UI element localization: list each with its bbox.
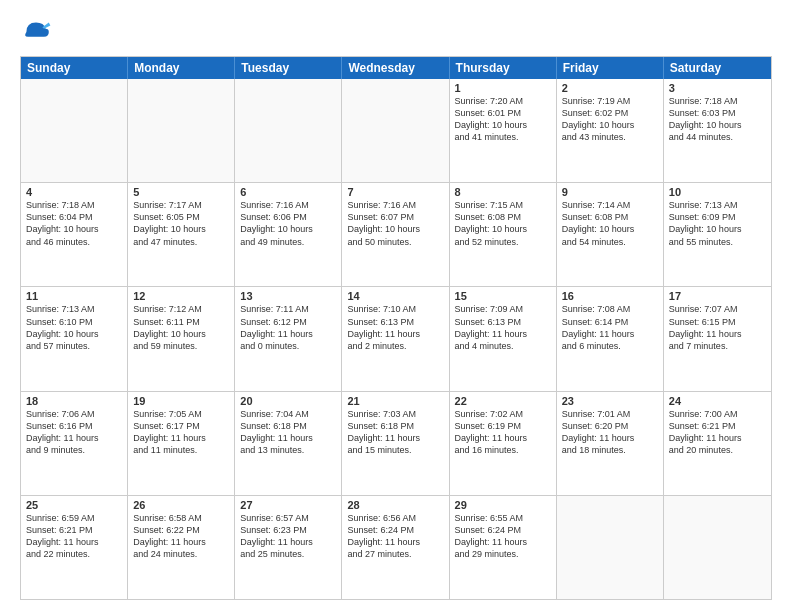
day-number: 19 — [133, 395, 229, 407]
calendar-cell: 9Sunrise: 7:14 AM Sunset: 6:08 PM Daylig… — [557, 183, 664, 286]
calendar-cell: 16Sunrise: 7:08 AM Sunset: 6:14 PM Dayli… — [557, 287, 664, 390]
cell-text: Sunrise: 7:13 AM Sunset: 6:09 PM Dayligh… — [669, 199, 766, 248]
cell-text: Sunrise: 7:01 AM Sunset: 6:20 PM Dayligh… — [562, 408, 658, 457]
calendar-cell: 18Sunrise: 7:06 AM Sunset: 6:16 PM Dayli… — [21, 392, 128, 495]
calendar-cell: 25Sunrise: 6:59 AM Sunset: 6:21 PM Dayli… — [21, 496, 128, 599]
calendar-cell: 28Sunrise: 6:56 AM Sunset: 6:24 PM Dayli… — [342, 496, 449, 599]
calendar-cell: 2Sunrise: 7:19 AM Sunset: 6:02 PM Daylig… — [557, 79, 664, 182]
calendar-cell: 22Sunrise: 7:02 AM Sunset: 6:19 PM Dayli… — [450, 392, 557, 495]
cell-text: Sunrise: 7:04 AM Sunset: 6:18 PM Dayligh… — [240, 408, 336, 457]
day-number: 1 — [455, 82, 551, 94]
cell-text: Sunrise: 6:57 AM Sunset: 6:23 PM Dayligh… — [240, 512, 336, 561]
calendar-row-3: 18Sunrise: 7:06 AM Sunset: 6:16 PM Dayli… — [21, 391, 771, 495]
calendar-cell: 7Sunrise: 7:16 AM Sunset: 6:07 PM Daylig… — [342, 183, 449, 286]
day-number: 14 — [347, 290, 443, 302]
logo — [20, 16, 56, 48]
header-cell-friday: Friday — [557, 57, 664, 79]
calendar-cell: 4Sunrise: 7:18 AM Sunset: 6:04 PM Daylig… — [21, 183, 128, 286]
calendar-cell — [664, 496, 771, 599]
calendar-cell — [128, 79, 235, 182]
day-number: 26 — [133, 499, 229, 511]
day-number: 23 — [562, 395, 658, 407]
day-number: 12 — [133, 290, 229, 302]
calendar-cell — [235, 79, 342, 182]
cell-text: Sunrise: 7:08 AM Sunset: 6:14 PM Dayligh… — [562, 303, 658, 352]
cell-text: Sunrise: 7:18 AM Sunset: 6:04 PM Dayligh… — [26, 199, 122, 248]
day-number: 8 — [455, 186, 551, 198]
calendar-cell: 6Sunrise: 7:16 AM Sunset: 6:06 PM Daylig… — [235, 183, 342, 286]
cell-text: Sunrise: 6:59 AM Sunset: 6:21 PM Dayligh… — [26, 512, 122, 561]
cell-text: Sunrise: 6:55 AM Sunset: 6:24 PM Dayligh… — [455, 512, 551, 561]
header-cell-saturday: Saturday — [664, 57, 771, 79]
calendar-cell: 19Sunrise: 7:05 AM Sunset: 6:17 PM Dayli… — [128, 392, 235, 495]
calendar-row-1: 4Sunrise: 7:18 AM Sunset: 6:04 PM Daylig… — [21, 182, 771, 286]
calendar-row-2: 11Sunrise: 7:13 AM Sunset: 6:10 PM Dayli… — [21, 286, 771, 390]
calendar-cell: 21Sunrise: 7:03 AM Sunset: 6:18 PM Dayli… — [342, 392, 449, 495]
cell-text: Sunrise: 7:20 AM Sunset: 6:01 PM Dayligh… — [455, 95, 551, 144]
day-number: 28 — [347, 499, 443, 511]
day-number: 27 — [240, 499, 336, 511]
cell-text: Sunrise: 7:17 AM Sunset: 6:05 PM Dayligh… — [133, 199, 229, 248]
calendar-cell: 12Sunrise: 7:12 AM Sunset: 6:11 PM Dayli… — [128, 287, 235, 390]
day-number: 10 — [669, 186, 766, 198]
cell-text: Sunrise: 7:15 AM Sunset: 6:08 PM Dayligh… — [455, 199, 551, 248]
header-cell-tuesday: Tuesday — [235, 57, 342, 79]
calendar-cell: 17Sunrise: 7:07 AM Sunset: 6:15 PM Dayli… — [664, 287, 771, 390]
cell-text: Sunrise: 7:11 AM Sunset: 6:12 PM Dayligh… — [240, 303, 336, 352]
cell-text: Sunrise: 7:03 AM Sunset: 6:18 PM Dayligh… — [347, 408, 443, 457]
calendar-cell: 15Sunrise: 7:09 AM Sunset: 6:13 PM Dayli… — [450, 287, 557, 390]
cell-text: Sunrise: 7:09 AM Sunset: 6:13 PM Dayligh… — [455, 303, 551, 352]
day-number: 20 — [240, 395, 336, 407]
calendar-row-0: 1Sunrise: 7:20 AM Sunset: 6:01 PM Daylig… — [21, 79, 771, 182]
cell-text: Sunrise: 7:02 AM Sunset: 6:19 PM Dayligh… — [455, 408, 551, 457]
day-number: 11 — [26, 290, 122, 302]
cell-text: Sunrise: 7:10 AM Sunset: 6:13 PM Dayligh… — [347, 303, 443, 352]
cell-text: Sunrise: 7:00 AM Sunset: 6:21 PM Dayligh… — [669, 408, 766, 457]
day-number: 15 — [455, 290, 551, 302]
header-cell-sunday: Sunday — [21, 57, 128, 79]
calendar-cell: 10Sunrise: 7:13 AM Sunset: 6:09 PM Dayli… — [664, 183, 771, 286]
calendar-row-4: 25Sunrise: 6:59 AM Sunset: 6:21 PM Dayli… — [21, 495, 771, 599]
calendar-cell — [557, 496, 664, 599]
calendar-cell: 27Sunrise: 6:57 AM Sunset: 6:23 PM Dayli… — [235, 496, 342, 599]
day-number: 5 — [133, 186, 229, 198]
day-number: 6 — [240, 186, 336, 198]
cell-text: Sunrise: 7:13 AM Sunset: 6:10 PM Dayligh… — [26, 303, 122, 352]
calendar-cell: 14Sunrise: 7:10 AM Sunset: 6:13 PM Dayli… — [342, 287, 449, 390]
day-number: 17 — [669, 290, 766, 302]
cell-text: Sunrise: 7:06 AM Sunset: 6:16 PM Dayligh… — [26, 408, 122, 457]
cell-text: Sunrise: 7:05 AM Sunset: 6:17 PM Dayligh… — [133, 408, 229, 457]
page: SundayMondayTuesdayWednesdayThursdayFrid… — [0, 0, 792, 612]
day-number: 9 — [562, 186, 658, 198]
calendar-cell: 8Sunrise: 7:15 AM Sunset: 6:08 PM Daylig… — [450, 183, 557, 286]
cell-text: Sunrise: 7:14 AM Sunset: 6:08 PM Dayligh… — [562, 199, 658, 248]
cell-text: Sunrise: 7:16 AM Sunset: 6:06 PM Dayligh… — [240, 199, 336, 248]
header-cell-monday: Monday — [128, 57, 235, 79]
calendar-cell: 20Sunrise: 7:04 AM Sunset: 6:18 PM Dayli… — [235, 392, 342, 495]
cell-text: Sunrise: 7:12 AM Sunset: 6:11 PM Dayligh… — [133, 303, 229, 352]
header-cell-wednesday: Wednesday — [342, 57, 449, 79]
day-number: 3 — [669, 82, 766, 94]
day-number: 2 — [562, 82, 658, 94]
calendar-cell: 3Sunrise: 7:18 AM Sunset: 6:03 PM Daylig… — [664, 79, 771, 182]
cell-text: Sunrise: 6:56 AM Sunset: 6:24 PM Dayligh… — [347, 512, 443, 561]
cell-text: Sunrise: 7:07 AM Sunset: 6:15 PM Dayligh… — [669, 303, 766, 352]
calendar-cell — [342, 79, 449, 182]
day-number: 4 — [26, 186, 122, 198]
calendar-cell: 1Sunrise: 7:20 AM Sunset: 6:01 PM Daylig… — [450, 79, 557, 182]
calendar-cell — [21, 79, 128, 182]
calendar-cell: 26Sunrise: 6:58 AM Sunset: 6:22 PM Dayli… — [128, 496, 235, 599]
calendar-cell: 5Sunrise: 7:17 AM Sunset: 6:05 PM Daylig… — [128, 183, 235, 286]
calendar-cell: 13Sunrise: 7:11 AM Sunset: 6:12 PM Dayli… — [235, 287, 342, 390]
day-number: 21 — [347, 395, 443, 407]
day-number: 24 — [669, 395, 766, 407]
calendar-body: 1Sunrise: 7:20 AM Sunset: 6:01 PM Daylig… — [21, 79, 771, 599]
calendar-cell: 24Sunrise: 7:00 AM Sunset: 6:21 PM Dayli… — [664, 392, 771, 495]
cell-text: Sunrise: 7:19 AM Sunset: 6:02 PM Dayligh… — [562, 95, 658, 144]
day-number: 29 — [455, 499, 551, 511]
calendar-header-row: SundayMondayTuesdayWednesdayThursdayFrid… — [21, 57, 771, 79]
cell-text: Sunrise: 6:58 AM Sunset: 6:22 PM Dayligh… — [133, 512, 229, 561]
day-number: 13 — [240, 290, 336, 302]
day-number: 16 — [562, 290, 658, 302]
cell-text: Sunrise: 7:18 AM Sunset: 6:03 PM Dayligh… — [669, 95, 766, 144]
